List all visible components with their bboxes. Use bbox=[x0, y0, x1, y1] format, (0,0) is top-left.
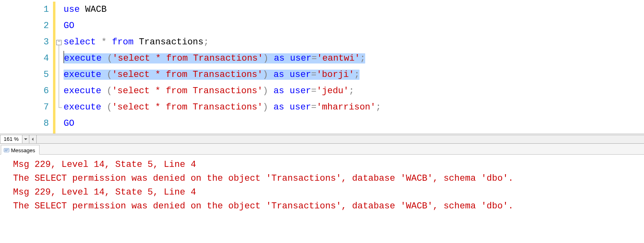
token-op: = bbox=[311, 70, 316, 80]
token-kw: as bbox=[273, 102, 284, 112]
token-str: 'mharrison' bbox=[317, 102, 376, 112]
fold-cell bbox=[55, 50, 64, 67]
code-line[interactable]: execute ('select * from Transactions') a… bbox=[64, 83, 644, 99]
code-line[interactable]: GO bbox=[64, 116, 644, 132]
hscroll-track[interactable] bbox=[37, 135, 644, 144]
fold-cell bbox=[55, 18, 64, 34]
triangle-left-icon bbox=[31, 138, 34, 141]
hscroll-left-button[interactable] bbox=[29, 135, 37, 144]
fold-cell bbox=[55, 99, 64, 116]
line-number: 8 bbox=[0, 116, 51, 132]
line-number: 1 bbox=[0, 2, 51, 18]
token-op: = bbox=[311, 86, 316, 96]
token-kw: user bbox=[290, 70, 311, 80]
token-str: 'select * from Transactions' bbox=[112, 102, 263, 112]
fold-toggle[interactable] bbox=[56, 40, 62, 45]
line-number-gutter: 12345678 bbox=[0, 0, 53, 134]
code-folding-column bbox=[55, 0, 64, 134]
token-str: 'borji' bbox=[317, 70, 354, 80]
token-op: ( bbox=[107, 102, 112, 112]
fold-cell bbox=[55, 83, 64, 99]
token-op: * bbox=[101, 37, 106, 47]
code-line[interactable]: execute ('select * from Transactions') a… bbox=[64, 50, 644, 67]
token-kw: use bbox=[64, 4, 80, 15]
message-line: Msg 229, Level 14, State 5, Line 4 bbox=[13, 158, 644, 172]
token-str: 'select * from Transactions' bbox=[112, 70, 263, 80]
token-kw: execute bbox=[64, 102, 101, 112]
tab-messages-label: Messages bbox=[11, 147, 35, 153]
token-kw: user bbox=[290, 102, 311, 112]
token-op: ; bbox=[349, 86, 354, 96]
code-line[interactable]: GO bbox=[64, 18, 644, 34]
token-kw: GO bbox=[64, 118, 74, 129]
token-id: Transactions bbox=[139, 37, 203, 47]
results-tabstrip: Messages bbox=[0, 144, 644, 155]
token-kw: execute bbox=[64, 70, 101, 80]
chevron-down-icon bbox=[24, 138, 27, 141]
code-line[interactable]: select * from Transactions; bbox=[64, 34, 644, 50]
token-op: ; bbox=[354, 70, 359, 80]
token-op: ( bbox=[107, 70, 112, 80]
token-kw: select bbox=[64, 37, 96, 47]
token-op: ( bbox=[107, 86, 112, 96]
code-line[interactable]: use WACB bbox=[64, 2, 644, 18]
token-op: ; bbox=[360, 53, 365, 63]
line-number: 2 bbox=[0, 18, 51, 34]
messages-icon bbox=[4, 147, 9, 153]
fold-cell bbox=[55, 116, 64, 132]
code-editor[interactable]: 12345678 use WACBGOselect * from Transac… bbox=[0, 0, 644, 134]
token-op: = bbox=[311, 102, 316, 112]
line-number: 6 bbox=[0, 83, 51, 99]
token-op: ( bbox=[107, 53, 112, 63]
token-kw: user bbox=[290, 86, 311, 96]
message-line: The SELECT permission was denied on the … bbox=[13, 172, 644, 186]
zoom-bar: 161 % bbox=[0, 134, 644, 144]
token-str: 'eantwi' bbox=[317, 53, 360, 63]
fold-cell bbox=[55, 67, 64, 83]
line-number: 3 bbox=[0, 34, 51, 50]
token-kw: from bbox=[112, 37, 134, 47]
code-text-area[interactable]: use WACBGOselect * from Transactions;exe… bbox=[64, 0, 644, 134]
sql-editor: 12345678 use WACBGOselect * from Transac… bbox=[0, 0, 644, 213]
token-kw: as bbox=[274, 53, 285, 63]
token-str: 'select * from Transactions' bbox=[112, 53, 263, 63]
line-number: 7 bbox=[0, 99, 51, 116]
fold-cell bbox=[55, 2, 64, 18]
token-kw: execute bbox=[64, 86, 101, 96]
token-op: ; bbox=[203, 37, 209, 47]
token-kw: execute bbox=[64, 53, 101, 63]
token-kw: as bbox=[273, 86, 284, 96]
token-op: ) bbox=[263, 70, 268, 80]
token-op: ) bbox=[263, 86, 268, 96]
fold-cell bbox=[55, 34, 64, 50]
code-line[interactable]: execute ('select * from Transactions') a… bbox=[64, 67, 644, 83]
token-str: 'select * from Transactions' bbox=[112, 86, 263, 96]
token-kw: user bbox=[290, 53, 312, 63]
token-id: WACB bbox=[85, 4, 107, 15]
token-kw: GO bbox=[64, 21, 74, 31]
token-str: 'jedu' bbox=[317, 86, 349, 96]
tab-messages[interactable]: Messages bbox=[1, 145, 40, 155]
token-op: = bbox=[311, 53, 317, 63]
token-op: ) bbox=[263, 102, 268, 112]
message-line: Msg 229, Level 14, State 5, Line 4 bbox=[13, 186, 644, 199]
line-number: 4 bbox=[0, 50, 51, 67]
token-op: ) bbox=[263, 53, 269, 63]
code-line[interactable]: execute ('select * from Transactions') a… bbox=[64, 99, 644, 116]
message-line: The SELECT permission was denied on the … bbox=[13, 199, 644, 213]
token-op: ; bbox=[376, 102, 381, 112]
line-number: 5 bbox=[0, 67, 51, 83]
zoom-level[interactable]: 161 % bbox=[0, 135, 22, 144]
messages-output[interactable]: Msg 229, Level 14, State 5, Line 4The SE… bbox=[0, 155, 644, 213]
token-kw: as bbox=[273, 70, 284, 80]
zoom-dropdown-button[interactable] bbox=[22, 135, 29, 144]
